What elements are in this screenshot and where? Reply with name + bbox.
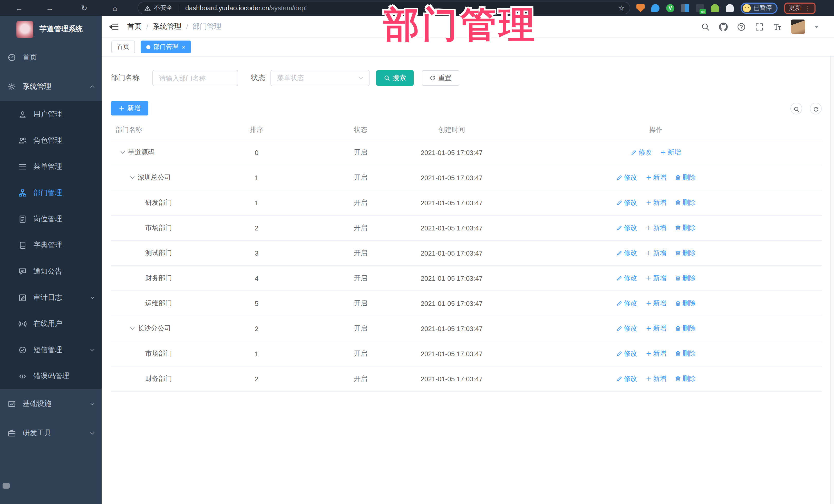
action-修改[interactable]: 修改 — [631, 148, 652, 157]
status-select[interactable]: 菜单状态 — [270, 70, 370, 86]
action-新增[interactable]: 新增 — [645, 299, 666, 308]
github-icon[interactable] — [719, 22, 728, 31]
bookmark-star-icon[interactable]: ☆ — [618, 4, 624, 12]
drop-extension-icon[interactable] — [651, 4, 659, 12]
action-新增[interactable]: 新增 — [645, 223, 666, 233]
action-修改[interactable]: 修改 — [616, 248, 637, 258]
breadcrumb-link[interactable]: 首页 — [127, 22, 142, 31]
tree-caret-icon[interactable] — [129, 325, 135, 332]
action-删除[interactable]: 删除 — [675, 324, 696, 333]
browser-forward-icon[interactable]: → — [42, 0, 58, 16]
cat-extension-icon[interactable] — [726, 4, 734, 12]
toggle-search-button[interactable] — [790, 103, 802, 114]
android-extension-icon[interactable] — [711, 4, 719, 12]
action-新增[interactable]: 新增 — [645, 273, 666, 283]
dept-name-input[interactable] — [152, 70, 238, 86]
reset-button[interactable]: 重置 — [422, 70, 459, 86]
action-修改[interactable]: 修改 — [616, 374, 637, 384]
sidebar-item-sms[interactable]: 短信管理 — [0, 337, 102, 363]
action-删除[interactable]: 删除 — [675, 374, 696, 384]
sidebar-item-errcode[interactable]: 错误码管理 — [0, 363, 102, 389]
plus-icon — [118, 105, 125, 111]
action-新增[interactable]: 新增 — [645, 324, 666, 333]
edit-icon — [616, 225, 622, 231]
sidebar-item-audit[interactable]: 审计日志 — [0, 284, 102, 310]
action-删除[interactable]: 删除 — [675, 273, 696, 283]
check-extension-icon[interactable]: V — [666, 4, 674, 12]
hamburger-icon[interactable] — [109, 23, 118, 31]
column-header: 状态 — [308, 125, 413, 134]
sidebar-item-system[interactable]: 系统管理 — [0, 72, 102, 101]
sidebar-item-infra[interactable]: 基础设施 — [0, 389, 102, 418]
action-新增[interactable]: 新增 — [645, 349, 666, 358]
reset-button-label: 重置 — [438, 73, 452, 83]
shield-extension-icon[interactable] — [636, 4, 644, 12]
action-删除[interactable]: 删除 — [675, 248, 696, 258]
action-修改[interactable]: 修改 — [616, 299, 637, 308]
switch-extension-icon[interactable]: on — [696, 4, 704, 12]
sidebar-item-role[interactable]: 角色管理 — [0, 127, 102, 153]
action-新增[interactable]: 新增 — [645, 374, 666, 384]
dept-name-cell: 运维部门 — [111, 299, 205, 308]
search-icon[interactable] — [701, 22, 710, 31]
action-修改[interactable]: 修改 — [616, 273, 637, 283]
sidebar-item-user[interactable]: 用户管理 — [0, 101, 102, 127]
action-删除[interactable]: 删除 — [675, 223, 696, 233]
app-logo[interactable]: 芋道管理系统 — [0, 16, 102, 43]
sidebar-item-label: 通知公告 — [34, 267, 62, 276]
sidebar-item-devtools[interactable]: 研发工具 — [0, 418, 102, 447]
menu-dots-icon[interactable]: ⋮ — [805, 4, 811, 12]
sidebar-item-menu[interactable]: 菜单管理 — [0, 153, 102, 180]
action-新增[interactable]: 新增 — [660, 148, 681, 157]
grid-extension-icon[interactable] — [681, 4, 689, 12]
sidebar-item-online[interactable]: 在线用户 — [0, 310, 102, 337]
sidebar-item-home[interactable]: 首页 — [0, 43, 102, 72]
avatar-caret-icon[interactable] — [814, 25, 819, 28]
browser-profile-chip[interactable]: 已暂停 — [741, 2, 777, 14]
fullscreen-icon[interactable] — [755, 22, 764, 31]
tab-首页[interactable]: 首页 — [111, 41, 135, 53]
sidebar-item-post[interactable]: 岗位管理 — [0, 206, 102, 232]
sort-cell: 0 — [205, 149, 308, 156]
breadcrumb-link[interactable]: 系统管理 — [153, 22, 181, 31]
font-size-icon[interactable] — [773, 22, 782, 31]
browser-update-button[interactable]: 更新 ⋮ — [784, 2, 815, 14]
menu-tree-icon — [19, 162, 27, 171]
action-删除[interactable]: 删除 — [675, 198, 696, 207]
action-修改[interactable]: 修改 — [616, 324, 637, 333]
sidebar-item-dept[interactable]: 部门管理 — [0, 180, 102, 206]
search-button[interactable]: 搜索 — [376, 70, 414, 86]
browser-home-icon[interactable]: ⌂ — [107, 0, 123, 16]
tree-caret-icon[interactable] — [119, 149, 126, 155]
action-新增[interactable]: 新增 — [645, 198, 666, 207]
tab-部门管理[interactable]: 部门管理× — [140, 41, 191, 53]
scrollbar[interactable] — [830, 57, 834, 504]
action-删除[interactable]: 删除 — [675, 299, 696, 308]
browser-back-icon[interactable]: ← — [11, 0, 27, 16]
action-修改[interactable]: 修改 — [616, 173, 637, 182]
tree-caret-icon[interactable] — [129, 175, 135, 181]
browser-reload-icon[interactable]: ↻ — [76, 0, 92, 16]
action-新增[interactable]: 新增 — [645, 248, 666, 258]
user-avatar[interactable] — [791, 20, 805, 34]
sidebar-item-notice[interactable]: 通知公告 — [0, 258, 102, 284]
actions-cell: 修改新增 — [490, 148, 822, 157]
table-row: 芋道源码 0 开启 2021-01-05 17:03:47 修改新增 — [111, 140, 822, 165]
action-修改[interactable]: 修改 — [616, 349, 637, 358]
warning-icon — [144, 5, 151, 11]
chevron-down-icon — [358, 75, 364, 81]
status-cell: 开启 — [308, 198, 413, 207]
tab-close-icon[interactable]: × — [182, 44, 185, 50]
action-新增[interactable]: 新增 — [645, 173, 666, 182]
action-修改[interactable]: 修改 — [616, 198, 637, 207]
action-删除[interactable]: 删除 — [675, 349, 696, 358]
action-修改[interactable]: 修改 — [616, 223, 637, 233]
sidebar-menu: 首页系统管理用户管理角色管理菜单管理部门管理岗位管理字典管理通知公告审计日志在线… — [0, 43, 102, 504]
dept-name-cell: 市场部门 — [111, 223, 205, 233]
sidebar-item-dict[interactable]: 字典管理 — [0, 232, 102, 258]
action-label: 删除 — [682, 198, 696, 207]
action-删除[interactable]: 删除 — [675, 173, 696, 182]
refresh-table-button[interactable] — [810, 103, 822, 114]
help-icon[interactable] — [737, 22, 746, 31]
add-button[interactable]: 新增 — [111, 101, 148, 115]
